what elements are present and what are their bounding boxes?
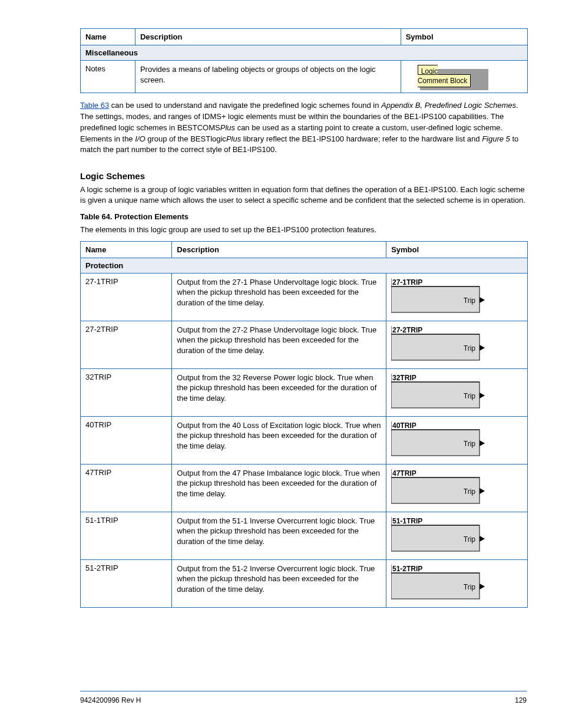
- em: Plus: [220, 123, 235, 132]
- label: Name: [85, 32, 106, 41]
- note-table: Name Description Symbol Miscellaneous No…: [80, 28, 528, 93]
- prot-name-cell: 47TRIP: [81, 464, 172, 512]
- svg-text:Trip: Trip: [464, 487, 476, 496]
- svg-text:32TRIP: 32TRIP: [392, 374, 416, 382]
- table-row: 32TRIPOutput from the 32 Reverse Power l…: [81, 368, 528, 416]
- svg-text:51-1TRIP: 51-1TRIP: [392, 517, 422, 525]
- table-row: 51-2TRIPOutput from the 51-2 Inverse Ove…: [81, 559, 528, 607]
- trip-block: 51-2TRIP Trip: [391, 565, 523, 601]
- svg-marker-35: [480, 536, 485, 542]
- em: Figure 5: [482, 134, 510, 143]
- prot-desc-cell: Output from the 27-2 Phase Undervoltage …: [172, 321, 386, 368]
- note-table-header-row: Name Description Symbol: [81, 29, 528, 45]
- note-section-cell: Miscellaneous: [81, 45, 528, 61]
- prot-symbol-cell: 47TRIP Trip: [386, 464, 528, 512]
- prot-symbol-cell: 51-1TRIP Trip: [386, 512, 528, 559]
- trip-block: 47TRIP Trip: [391, 469, 523, 506]
- trip-block-icon: 51-2TRIP Trip: [391, 565, 488, 601]
- appendix-ref: Appendix B, Predefined Logic Schemes: [381, 101, 516, 110]
- prot-symbol-cell: 32TRIP Trip: [386, 368, 528, 416]
- trip-block-icon: 27-1TRIP Trip: [391, 278, 488, 315]
- prot-desc-cell: Output from the 51-2 Inverse Overcurrent…: [172, 559, 386, 607]
- footer-rule: [80, 691, 527, 691]
- svg-marker-41: [480, 584, 485, 589]
- svg-text:Trip: Trip: [464, 297, 476, 305]
- svg-marker-5: [480, 297, 485, 303]
- label: Notes: [85, 64, 105, 73]
- svg-text:Trip: Trip: [464, 535, 476, 543]
- prot-symbol-cell: 51-2TRIP Trip: [386, 559, 528, 607]
- note-name-cell: Notes: [81, 61, 135, 93]
- svg-marker-29: [480, 488, 485, 494]
- svg-text:Trip: Trip: [464, 344, 476, 353]
- prot-name-cell: 51-2TRIP: [81, 559, 172, 607]
- trip-block: 32TRIP Trip: [391, 374, 523, 410]
- trip-block-icon: 32TRIP Trip: [391, 374, 488, 410]
- prot-section-row: Protection: [81, 258, 528, 273]
- prot-hdr-name: Name: [81, 241, 172, 258]
- table63-link[interactable]: Table 63: [80, 101, 109, 110]
- note-hdr-desc: Description: [135, 29, 401, 45]
- svg-text:51-2TRIP: 51-2TRIP: [392, 565, 422, 573]
- note-hdr-sym: Symbol: [401, 29, 527, 45]
- table-row: 47TRIPOutput from the 47 Phase Imbalance…: [81, 464, 528, 512]
- footer-revision: 9424200996 Rev H: [80, 696, 141, 704]
- trip-block: 51-1TRIP Trip: [391, 517, 523, 554]
- note-section-row: Miscellaneous: [81, 45, 528, 61]
- label: Description: [140, 32, 183, 41]
- svg-text:47TRIP: 47TRIP: [392, 469, 416, 477]
- text: group of the BESTlogic: [146, 134, 226, 143]
- footer-page-number: 129: [515, 696, 527, 704]
- table64-caption: Table 64. Protection Elements: [80, 212, 527, 221]
- svg-text:Trip: Trip: [464, 583, 476, 591]
- prot-section-cell: Protection: [81, 258, 528, 273]
- trip-block-icon: 51-1TRIP Trip: [391, 517, 488, 554]
- body-paragraph: Table 63 can be used to understand and n…: [80, 100, 527, 156]
- svg-marker-17: [480, 393, 485, 398]
- table-row: 27-1TRIPOutput from the 27-1 Phase Under…: [81, 273, 528, 321]
- label: Name: [85, 245, 106, 254]
- prot-name-cell: 27-1TRIP: [81, 273, 172, 321]
- logic-comment-label: LogicComment Block: [418, 65, 471, 87]
- svg-marker-23: [480, 440, 485, 446]
- prot-desc-cell: Output from the 51-1 Inverse Overcurrent…: [172, 512, 386, 559]
- table-row: 27-2TRIPOutput from the 27-2 Phase Under…: [81, 321, 528, 368]
- label: Miscellaneous: [85, 48, 138, 57]
- prot-desc-cell: Output from the 47 Phase Imbalance logic…: [172, 464, 386, 512]
- svg-marker-11: [480, 345, 485, 351]
- prot-hdr-desc: Description: [172, 241, 386, 258]
- prot-header-row: Name Description Symbol: [81, 241, 528, 258]
- prot-name-cell: 40TRIP: [81, 416, 172, 464]
- svg-text:40TRIP: 40TRIP: [392, 421, 416, 430]
- em: I/O: [135, 134, 145, 143]
- table-row: 40TRIPOutput from the 40 Loss of Excitat…: [81, 416, 528, 464]
- logic-schemes-heading: Logic Schemes: [80, 171, 527, 181]
- svg-text:27-1TRIP: 27-1TRIP: [392, 278, 422, 286]
- trip-block-icon: 27-2TRIP Trip: [391, 326, 488, 363]
- prot-symbol-cell: 27-2TRIP Trip: [386, 321, 528, 368]
- table-row: 51-1TRIPOutput from the 51-1 Inverse Ove…: [81, 512, 528, 559]
- logic-schemes-paragraph: A logic scheme is a group of logic varia…: [80, 185, 527, 206]
- trip-block-icon: 40TRIP Trip: [391, 421, 488, 458]
- prot-name-cell: 51-1TRIP: [81, 512, 172, 559]
- svg-text:27-2TRIP: 27-2TRIP: [392, 326, 422, 334]
- text: library reflect the BE1-IPS100 hardware;…: [241, 134, 482, 143]
- label: Symbol: [391, 245, 419, 254]
- label: Symbol: [406, 32, 434, 41]
- footer: 9424200996 Rev H 129: [80, 696, 527, 704]
- note-body-row: Notes Provides a means of labeling objec…: [81, 61, 528, 93]
- prot-name-cell: 32TRIP: [81, 368, 172, 416]
- prot-desc-cell: Output from the 40 Loss of Excitation lo…: [172, 416, 386, 464]
- prot-name-cell: 27-2TRIP: [81, 321, 172, 368]
- trip-block-icon: 47TRIP Trip: [391, 469, 488, 506]
- label: Protection: [85, 261, 123, 270]
- label: Description: [177, 245, 219, 254]
- protection-table: Name Description Symbol Protection 27-1T…: [80, 241, 528, 608]
- logic-comment-block-icon: LogicComment Block: [418, 67, 471, 85]
- prot-hdr-sym: Symbol: [386, 241, 528, 258]
- note-desc-cell: Provides a means of labeling objects or …: [135, 61, 401, 93]
- note-symbol-cell: LogicComment Block: [401, 61, 527, 93]
- em: Plus: [226, 134, 241, 143]
- trip-block: 27-2TRIP Trip: [391, 326, 523, 363]
- prot-desc-cell: Output from the 27-1 Phase Undervoltage …: [172, 273, 386, 321]
